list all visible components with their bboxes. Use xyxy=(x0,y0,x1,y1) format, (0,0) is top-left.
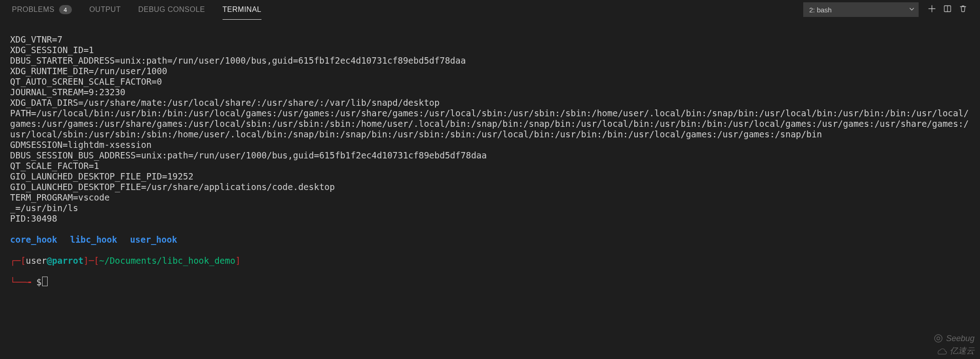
panel-tab-bar: PROBLEMS 4 OUTPUT DEBUG CONSOLE TERMINAL… xyxy=(0,0,980,19)
env-line: PATH=/usr/local/bin:/usr/bin:/bin:/usr/l… xyxy=(10,108,970,140)
tab-problems-label: PROBLEMS xyxy=(12,5,54,14)
env-line: QT_AUTO_SCREEN_SCALE_FACTOR=0 xyxy=(10,76,970,87)
env-line: GIO_LAUNCHED_DESKTOP_FILE=/usr/share/app… xyxy=(10,182,970,192)
plus-icon xyxy=(928,5,936,15)
env-line: JOURNAL_STREAM=9:23230 xyxy=(10,87,970,98)
env-line: DBUS_SESSION_BUS_ADDRESS=unix:path=/run/… xyxy=(10,150,970,161)
terminal-selector-label: 2: bash xyxy=(809,6,832,14)
tab-output-label: OUTPUT xyxy=(89,5,121,14)
env-line: GIO_LAUNCHED_DESKTOP_FILE_PID=19252 xyxy=(10,171,970,182)
env-line: DBUS_STARTER_ADDRESS=unix:path=/run/user… xyxy=(10,55,970,66)
svg-point-2 xyxy=(935,335,942,343)
env-line: PID:30498 xyxy=(10,213,970,224)
terminal-output[interactable]: XDG_VTNR=7XDG_SESSION_ID=1DBUS_STARTER_A… xyxy=(0,19,980,298)
watermark-yisu: 亿速云 xyxy=(935,345,975,356)
directory-entry: core_hook xyxy=(10,234,57,245)
watermark-seebug: Seebug xyxy=(933,333,975,343)
chevron-down-icon xyxy=(909,6,915,13)
env-line: XDG_SESSION_ID=1 xyxy=(10,45,970,55)
tab-terminal[interactable]: TERMINAL xyxy=(223,0,261,20)
env-line: _=/usr/bin/ls xyxy=(10,203,970,213)
terminal-selector[interactable]: 2: bash xyxy=(803,2,919,17)
tab-debug-console[interactable]: DEBUG CONSOLE xyxy=(138,0,205,19)
tab-output[interactable]: OUTPUT xyxy=(89,0,121,19)
trash-icon xyxy=(959,5,967,15)
prompt-line-2[interactable]: └──╼ $ xyxy=(10,277,970,288)
tab-debug-console-label: DEBUG CONSOLE xyxy=(138,5,205,14)
watermarks: Seebug 亿速云 xyxy=(933,333,975,356)
svg-point-3 xyxy=(937,337,940,340)
ls-output: core_hooklibc_hookuser_hook xyxy=(10,234,970,245)
env-output-block: XDG_VTNR=7XDG_SESSION_ID=1DBUS_STARTER_A… xyxy=(10,34,970,224)
env-line: TERM_PROGRAM=vscode xyxy=(10,192,970,203)
tab-problems[interactable]: PROBLEMS 4 xyxy=(12,0,72,19)
prompt-line-1: ┌─[user@parrot]─[~/Documents/libc_hook_d… xyxy=(10,256,970,266)
kill-terminal-button[interactable] xyxy=(955,2,971,17)
env-line: XDG_RUNTIME_DIR=/run/user/1000 xyxy=(10,66,970,76)
directory-entry: user_hook xyxy=(130,234,177,245)
env-line: QT_SCALE_FACTOR=1 xyxy=(10,161,970,171)
directory-entry: libc_hook xyxy=(70,234,117,245)
env-line: XDG_DATA_DIRS=/usr/share/mate:/usr/local… xyxy=(10,98,970,108)
env-line: XDG_VTNR=7 xyxy=(10,34,970,45)
split-terminal-button[interactable] xyxy=(940,2,955,17)
problems-count-badge: 4 xyxy=(59,5,72,14)
tab-terminal-label: TERMINAL xyxy=(223,5,261,14)
new-terminal-button[interactable] xyxy=(924,2,940,17)
terminal-cursor xyxy=(42,277,48,286)
env-line: GDMSESSION=lightdm-xsession xyxy=(10,140,970,150)
split-panel-icon xyxy=(943,5,952,15)
